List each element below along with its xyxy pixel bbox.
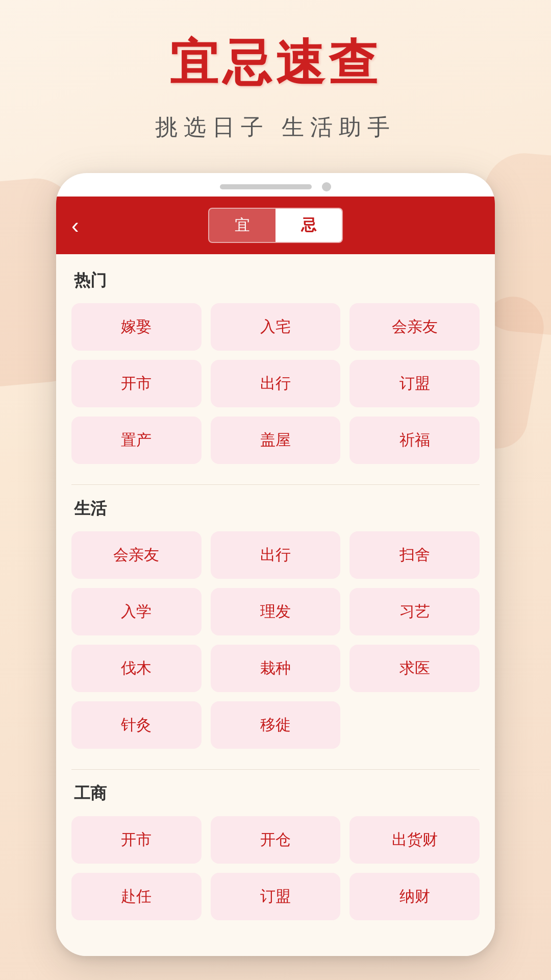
toggle-ji-button[interactable]: 忌	[276, 209, 342, 242]
item-chuxing[interactable]: 出行	[211, 531, 341, 579]
item-kaishi-hot[interactable]: 开市	[71, 360, 202, 407]
content-area: 热门 嫁娶 入宅 会亲友 开市 出行 订盟 置产 盖屋 祈福 生活 会	[56, 254, 495, 956]
item-chuhuocai[interactable]: 出货财	[349, 816, 480, 864]
phone-top-bar	[56, 173, 495, 197]
item-lifa[interactable]: 理发	[211, 588, 341, 635]
section-hot: 热门 嫁娶 入宅 会亲友 开市 出行 订盟 置产 盖屋 祈福	[71, 270, 480, 464]
item-yitu[interactable]: 移徙	[211, 701, 341, 749]
item-zhichan[interactable]: 置产	[71, 416, 202, 464]
item-nacai[interactable]: 纳财	[349, 873, 480, 920]
section-business: 工商 开市 开仓 出货财 赴任 订盟 纳财	[71, 782, 480, 920]
item-dingmeng-hot[interactable]: 订盟	[349, 360, 480, 407]
item-kaishi[interactable]: 开市	[71, 816, 202, 864]
back-button[interactable]: ‹	[71, 213, 79, 238]
section-title-business: 工商	[71, 782, 480, 805]
item-huiqinyou-hot[interactable]: 会亲友	[349, 303, 480, 351]
page-wrapper: 宜忌速查 挑选日子 生活助手 ‹ 宜 忌 热门 嫁娶 入宅 会亲友	[0, 0, 551, 956]
divider-2	[71, 769, 480, 770]
app-header: ‹ 宜 忌	[56, 197, 495, 254]
item-grid-life: 会亲友 出行 扫舍 入学 理发 习艺 伐木 栽种 求医 针灸 移徙	[71, 531, 480, 749]
item-ruxue[interactable]: 入学	[71, 588, 202, 635]
item-caizhong[interactable]: 栽种	[211, 645, 341, 692]
item-kaicang[interactable]: 开仓	[211, 816, 341, 864]
toggle-group: 宜 忌	[208, 208, 343, 243]
item-dingmeng[interactable]: 订盟	[211, 873, 341, 920]
item-huiqinyou[interactable]: 会亲友	[71, 531, 202, 579]
item-gaiwu[interactable]: 盖屋	[211, 416, 341, 464]
section-title-hot: 热门	[71, 270, 480, 292]
phone-camera	[322, 182, 331, 191]
item-famu[interactable]: 伐木	[71, 645, 202, 692]
item-qifu[interactable]: 祈福	[349, 416, 480, 464]
item-furen[interactable]: 赴任	[71, 873, 202, 920]
item-jiaju[interactable]: 嫁娶	[71, 303, 202, 351]
section-title-life: 生活	[71, 498, 480, 520]
phone-notch	[220, 184, 312, 189]
item-saoshe[interactable]: 扫舍	[349, 531, 480, 579]
item-grid-hot: 嫁娶 入宅 会亲友 开市 出行 订盟 置产 盖屋 祈福	[71, 303, 480, 464]
toggle-yi-button[interactable]: 宜	[209, 209, 276, 242]
divider-1	[71, 484, 480, 485]
app-subtitle: 挑选日子 生活助手	[155, 112, 396, 142]
section-life: 生活 会亲友 出行 扫舍 入学 理发 习艺 伐木 栽种 求医 针灸 移徙	[71, 498, 480, 749]
item-zhenjiu[interactable]: 针灸	[71, 701, 202, 749]
item-grid-business: 开市 开仓 出货财 赴任 订盟 纳财	[71, 816, 480, 920]
item-qiuyi[interactable]: 求医	[349, 645, 480, 692]
item-chuxing-hot[interactable]: 出行	[211, 360, 341, 407]
phone-frame: ‹ 宜 忌 热门 嫁娶 入宅 会亲友 开市 出行 订盟 置产 盖屋	[56, 173, 495, 956]
app-title: 宜忌速查	[169, 31, 382, 97]
item-ruzhai[interactable]: 入宅	[211, 303, 341, 351]
item-xiye[interactable]: 习艺	[349, 588, 480, 635]
